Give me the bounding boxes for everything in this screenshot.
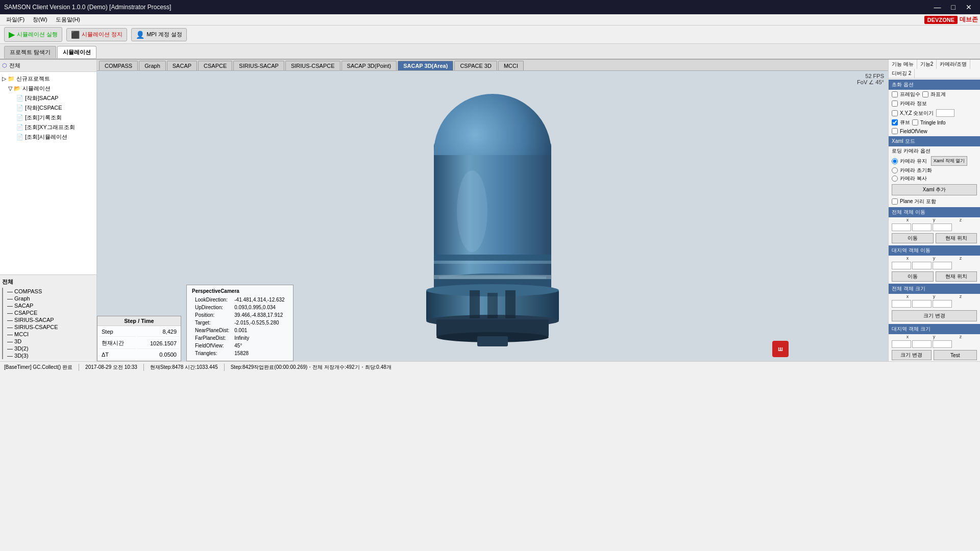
subtree-3d3[interactable]: — 3D(3) — [7, 352, 94, 359]
rel-move-x-input[interactable]: 0 — [892, 262, 911, 269]
title-bar: SAMSON Client Version 1.0.0 (Demo) [Admi… — [0, 0, 980, 14]
sim-start-button[interactable]: ▶ 시뮬레이션 실행 — [4, 27, 62, 42]
cube-check[interactable] — [892, 119, 898, 126]
right-tab-debug2[interactable]: 디버깅 2 — [889, 69, 915, 78]
tree-item-newproject[interactable]: ▷ 📁 신규프로젝트 — [2, 74, 94, 84]
scale-x-input[interactable]: 0 — [892, 300, 911, 308]
subtree-3d2[interactable]: — 3D(2) — [7, 345, 94, 352]
tree-item-sim-view[interactable]: 📄 [조회]시뮬레이션 — [2, 132, 94, 142]
right-tab-camera-light[interactable]: 카메라/조명 — [937, 60, 970, 69]
xaml-open-button[interactable]: Xaml 작제 열기 — [931, 156, 968, 166]
window-controls: — □ ✕ — [930, 2, 976, 12]
tree-item-xy-graph[interactable]: 📄 [조회]XY그래프조회 — [2, 122, 94, 132]
subtree-graph[interactable]: — Graph — [7, 295, 94, 302]
camera-info-check[interactable] — [892, 101, 898, 107]
rel-move-button[interactable]: 이동 — [892, 271, 934, 282]
tab-compass[interactable]: COMPASS — [99, 61, 138, 70]
camera-info-label: 카메라 정보 — [900, 100, 927, 107]
tab-sirius-csapce[interactable]: SIRIUS-CSAPCE — [285, 61, 340, 70]
plane-dist-check[interactable] — [892, 198, 898, 205]
tab-mcci[interactable]: MCCI — [498, 61, 524, 70]
xyz-show-check[interactable] — [892, 110, 898, 116]
step-panel-title: Step / Time — [97, 316, 181, 326]
frame-count-check[interactable] — [892, 91, 898, 97]
rel-current-pos-button[interactable]: 현재 위치 — [936, 271, 977, 282]
project-explorer-tab[interactable]: 프로젝트 탐색기 — [4, 46, 56, 58]
rel-move-y-input[interactable]: 0 — [912, 262, 932, 269]
rel-scale-z-input[interactable]: 0 — [933, 340, 952, 348]
xyz-show-row: X,Y,Z 숫보이기 100 — [889, 108, 980, 118]
mpi-setup-button[interactable]: 👤 MPI 계정 설정 — [131, 28, 187, 41]
plane-dist-row: Plane 거리 포함 — [889, 197, 980, 206]
subtree-compass[interactable]: — COMPASS — [7, 288, 94, 295]
look-direction-row: LookDirection: -41.481,4.314,-12.632 — [193, 296, 287, 303]
tab-cspace-3d[interactable]: CSPACE 3D — [454, 61, 497, 70]
scale-z-input[interactable]: 0 — [933, 300, 952, 308]
tree-item-simulation-root[interactable]: ▽ 📂 시뮬레이션 — [2, 84, 94, 93]
camera-keep-radio[interactable] — [892, 158, 898, 164]
rel-scale-x-input[interactable]: 0 — [892, 340, 911, 348]
menu-help[interactable]: 도움말(H) — [52, 15, 84, 24]
simulation-tab[interactable]: 시뮬레이션 — [57, 46, 96, 58]
fov-check[interactable] — [892, 128, 898, 134]
tree-item-sacap-draw[interactable]: 📄 [작화]SACAP — [2, 93, 94, 103]
relative-move-inputs: 0 0 0 — [889, 261, 980, 270]
right-tab-func-menu[interactable]: 기능 메뉴 — [889, 60, 917, 69]
up-direction-row: UpDirection: 0.093,0.995,0.034 — [193, 304, 287, 311]
scale-y-input[interactable]: 0 — [912, 300, 932, 308]
tringle-info-label: Tringle Info — [920, 120, 946, 126]
coord-check[interactable] — [922, 91, 928, 97]
relative-scale-buttons: 크기 변경 Test — [889, 349, 980, 361]
current-pos-button[interactable]: 현재 위치 — [936, 233, 977, 243]
move-button[interactable]: 이동 — [892, 233, 934, 243]
subtree-sacap[interactable]: — SACAP — [7, 302, 94, 309]
viewport-action-button[interactable]: ш — [772, 341, 789, 357]
move-y-input[interactable]: 0 — [912, 223, 932, 231]
logo-area: DEVZONE 데브존 — [924, 15, 978, 24]
camera-copy-radio[interactable] — [892, 176, 898, 182]
status-sep-2 — [143, 364, 144, 371]
content-area: ⬡ 전체 ▷ 📁 신규프로젝트 ▽ 📂 시뮬레이션 📄 [작화]SACAP 📄 … — [0, 60, 980, 361]
tree-item-cspace-draw[interactable]: 📄 [작화]CSPACE — [2, 103, 94, 113]
right-tab-func2[interactable]: 기능2 — [917, 60, 937, 69]
rel-scale-y-input[interactable]: 0 — [912, 340, 932, 348]
camera-init-row: 카메라 초기화 — [889, 166, 980, 174]
viewport-overlay: 52 FPS FoV ∠ 45° — [857, 73, 884, 86]
fov-display: FoV ∠ 45° — [857, 79, 884, 86]
xyz-value-input[interactable]: 100 — [936, 109, 954, 117]
tab-sirius-sacap[interactable]: SIRIUS-SACAP — [233, 61, 284, 70]
move-z-input[interactable]: 0 — [933, 223, 952, 231]
subtree-3d[interactable]: — 3D — [7, 338, 94, 345]
subtree-sirius-sacap[interactable]: — SIRIUS-SACAP — [7, 316, 94, 323]
subtree-mcci[interactable]: — MCCI — [7, 331, 94, 338]
minimize-button[interactable]: — — [930, 2, 945, 12]
tab-sacap-3d-area[interactable]: SACAP 3D(Area) — [398, 61, 453, 70]
camera-type: PerspectiveCamera — [192, 288, 288, 294]
camera-init-radio[interactable] — [892, 167, 898, 173]
tab-sacap[interactable]: SACAP — [167, 61, 197, 70]
scale-button[interactable]: 크기 변경 — [892, 310, 977, 321]
xaml-add-button[interactable]: Xaml 추가 — [892, 184, 977, 195]
rel-scale-button[interactable]: 크기 변경 — [892, 350, 932, 360]
camera-keep-row: 카메라 유지 Xaml 작제 열기 — [889, 156, 980, 166]
tab-graph[interactable]: Graph — [139, 61, 166, 70]
tringle-info-check[interactable] — [912, 119, 918, 126]
subtree-sirius-csapce[interactable]: — SIRIUS-CSAPCE — [7, 323, 94, 331]
target-label: Target: — [193, 319, 231, 326]
3d-viewport[interactable]: 52 FPS FoV ∠ 45° — [97, 71, 888, 361]
sim-stop-button[interactable]: ⬛ 시뮬레이션 정지 — [66, 28, 127, 41]
move-x-input[interactable]: 0 — [892, 223, 911, 231]
maximize-button[interactable]: □ — [947, 2, 960, 12]
tree-cspace-draw-label: [작화]CSPACE — [25, 104, 62, 112]
menu-window[interactable]: 창(W) — [29, 15, 52, 24]
near-plane-label: NearPlaneDist: — [193, 327, 231, 334]
test-button[interactable]: Test — [934, 350, 977, 360]
menu-file[interactable]: 파일(F) — [2, 15, 29, 24]
tab-csapce[interactable]: CSAPCE — [198, 61, 232, 70]
close-button[interactable]: ✕ — [962, 2, 976, 12]
frame-count-label: 프레임수 — [900, 91, 920, 98]
tab-sacap-3d-point[interactable]: SACAP 3D(Point) — [341, 61, 397, 70]
rel-move-z-input[interactable]: 0 — [933, 262, 952, 269]
tree-item-record[interactable]: 📄 [조회]기록조회 — [2, 113, 94, 122]
subtree-csapce[interactable]: — CSAPCE — [7, 309, 94, 316]
